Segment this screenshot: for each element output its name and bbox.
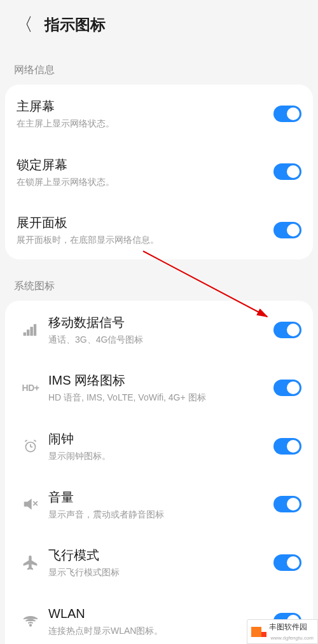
hdplus-icon: HD+ — [17, 383, 45, 393]
row-ims[interactable]: HD+ IMS 网络图标 HD 语音, IMS, VoLTE, VoWifi, … — [5, 359, 313, 417]
signal-icon — [17, 322, 45, 338]
row-subtitle: 连接热点时显示WLAN图标。 — [48, 625, 273, 638]
row-subtitle: 显示飞行模式图标 — [48, 566, 273, 579]
airplane-icon — [17, 554, 45, 571]
toggle-home-screen[interactable] — [273, 106, 301, 122]
watermark: 丰图软件园 www.dgfengtu.com — [247, 619, 318, 644]
row-expanded-panel[interactable]: 展开面板 展开面板时，在底部显示网络信息。 — [5, 201, 313, 259]
toggle-mobile-signal[interactable] — [273, 322, 301, 338]
row-title: WLAN — [48, 605, 273, 622]
watermark-name: 丰图软件园 — [269, 622, 307, 631]
row-mobile-signal[interactable]: 移动数据信号 通话、3G、4G信号图标 — [5, 301, 313, 359]
row-title: IMS 网络图标 — [48, 371, 273, 389]
row-airplane[interactable]: 飞行模式 显示飞行模式图标 — [5, 533, 313, 592]
svg-point-12 — [29, 624, 31, 626]
section-label-system: 系统图标 — [0, 271, 318, 301]
toggle-lock-screen[interactable] — [273, 163, 301, 180]
alarm-icon — [17, 438, 45, 455]
header: 〈 指示图标 — [0, 0, 318, 55]
row-title: 音量 — [48, 488, 273, 506]
row-lock-screen[interactable]: 锁定屏幕 在锁屏上显示网络状态。 — [5, 143, 313, 202]
row-subtitle: HD 语音, IMS, VoLTE, VoWifi, 4G+ 图标 — [48, 392, 273, 404]
volume-mute-icon — [17, 496, 45, 512]
toggle-expanded-panel[interactable] — [273, 222, 301, 238]
row-home-screen[interactable]: 主屏幕 在主屏上显示网络状态。 — [5, 85, 313, 143]
row-title: 移动数据信号 — [48, 313, 273, 331]
row-title: 闹钟 — [48, 430, 273, 448]
toggle-ims[interactable] — [273, 380, 301, 396]
row-title: 锁定屏幕 — [17, 156, 273, 174]
toggle-alarm[interactable] — [273, 438, 301, 455]
watermark-url: www.dgfengtu.com — [270, 635, 314, 641]
wifi-icon — [17, 613, 45, 629]
svg-line-7 — [25, 440, 27, 441]
svg-line-8 — [34, 440, 36, 441]
row-volume[interactable]: 音量 显示声音，震动或者静音图标 — [5, 476, 313, 534]
row-subtitle: 在锁屏上显示网络状态。 — [17, 176, 273, 189]
row-subtitle: 在主屏上显示网络状态。 — [17, 118, 273, 130]
row-subtitle: 显示闹钟图标。 — [48, 450, 273, 463]
page-title: 指示图标 — [45, 15, 106, 35]
svg-rect-2 — [31, 327, 32, 335]
group-network: 主屏幕 在主屏上显示网络状态。 锁定屏幕 在锁屏上显示网络状态。 展开面板 展开… — [5, 85, 313, 259]
svg-rect-3 — [34, 324, 36, 335]
section-label-network: 网络信息 — [0, 55, 318, 85]
svg-rect-1 — [27, 330, 29, 336]
row-alarm[interactable]: 闹钟 显示闹钟图标。 — [5, 417, 313, 476]
group-system: 移动数据信号 通话、3G、4G信号图标 HD+ IMS 网络图标 HD 语音, … — [5, 301, 313, 644]
back-button[interactable]: 〈 — [15, 13, 33, 37]
row-title: 展开面板 — [17, 214, 273, 231]
row-subtitle: 显示声音，震动或者静音图标 — [48, 509, 273, 521]
svg-rect-0 — [24, 332, 25, 335]
row-subtitle: 展开面板时，在底部显示网络信息。 — [17, 234, 273, 247]
row-title: 飞行模式 — [48, 546, 273, 564]
toggle-volume[interactable] — [273, 496, 301, 512]
svg-marker-9 — [24, 500, 31, 509]
row-subtitle: 通话、3G、4G信号图标 — [48, 334, 273, 346]
row-title: 主屏幕 — [17, 97, 273, 115]
toggle-airplane[interactable] — [273, 554, 301, 571]
